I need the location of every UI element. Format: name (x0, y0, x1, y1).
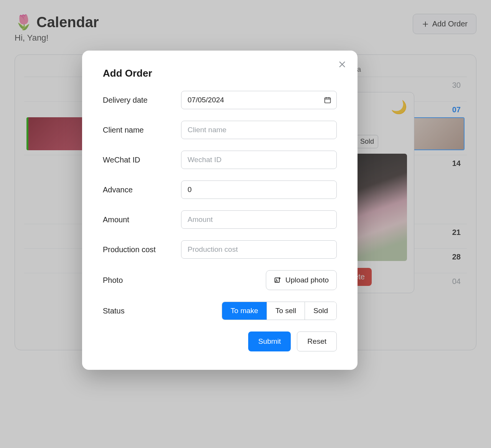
reset-button[interactable]: Reset (297, 331, 337, 351)
upload-photo-label: Upload photo (285, 276, 329, 284)
form-row-production-cost: Production cost (103, 240, 337, 259)
upload-photo-button[interactable]: Upload photo (266, 270, 337, 290)
svg-point-2 (276, 279, 277, 280)
production-cost-input[interactable] (181, 240, 337, 259)
photo-label: Photo (103, 276, 172, 285)
form-row-client-name: Client name (103, 121, 337, 139)
modal-title: Add Order (103, 67, 337, 79)
status-to-make-button[interactable]: To make (222, 302, 267, 320)
form-row-amount: Amount (103, 210, 337, 229)
client-name-label: Client name (103, 126, 172, 135)
image-plus-icon (274, 276, 282, 284)
form-row-advance: Advance (103, 181, 337, 199)
delivery-date-label: Delivery date (103, 96, 172, 105)
amount-label: Amount (103, 215, 172, 224)
wechat-id-label: WeChat ID (103, 156, 172, 164)
amount-input[interactable] (181, 210, 337, 229)
close-icon (338, 60, 347, 69)
form-row-delivery-date: Delivery date (103, 91, 337, 109)
modal-actions: Submit Reset (103, 331, 337, 351)
wechat-id-input[interactable] (181, 151, 337, 169)
status-to-sell-button[interactable]: To sell (267, 302, 305, 320)
advance-input[interactable] (181, 181, 337, 199)
form-row-wechat-id: WeChat ID (103, 151, 337, 169)
add-order-modal: Add Order Delivery date Client name WeCh… (82, 51, 358, 370)
submit-button[interactable]: Submit (248, 331, 291, 351)
status-label: Status (103, 307, 172, 315)
client-name-input[interactable] (181, 121, 337, 139)
status-sold-button[interactable]: Sold (305, 302, 336, 320)
status-toggle-group: To make To sell Sold (222, 302, 337, 320)
form-row-photo: Photo Upload photo (103, 270, 337, 290)
delivery-date-input[interactable] (181, 91, 337, 109)
production-cost-label: Production cost (103, 245, 172, 254)
form-row-status: Status To make To sell Sold (103, 302, 337, 320)
modal-close-button[interactable] (338, 60, 347, 70)
advance-label: Advance (103, 185, 172, 194)
